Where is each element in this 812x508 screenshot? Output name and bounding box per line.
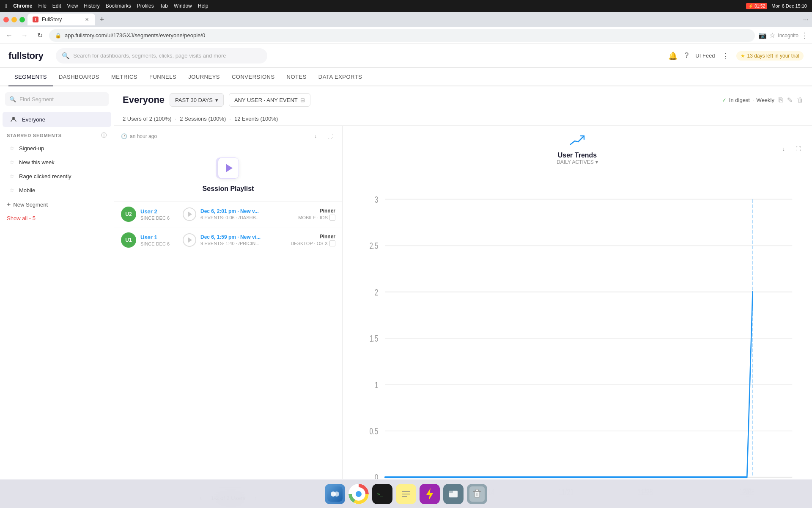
os-menu-history[interactable]: History	[84, 3, 99, 9]
close-window-button[interactable]	[3, 17, 9, 22]
everyone-icon	[9, 115, 18, 124]
sidebar-item-signed-up[interactable]: ☆ Signed-up	[3, 141, 111, 155]
os-menu-help[interactable]: Help	[198, 3, 208, 9]
session-link[interactable]: Dec 6, 2:01 pm · New v...	[200, 208, 294, 214]
new-segment-label: New Segment	[13, 202, 48, 208]
star-icon-rage-clicked[interactable]: ☆	[9, 173, 15, 179]
star-icon-signed-up[interactable]: ☆	[9, 145, 15, 152]
nav-item-metrics[interactable]: METRICS	[105, 68, 143, 86]
bookmark-icon[interactable]: ☆	[769, 31, 775, 39]
dock-trash[interactable]	[467, 484, 487, 504]
minimize-window-button[interactable]	[11, 17, 17, 22]
delete-icon[interactable]: 🗑	[797, 96, 804, 104]
user-name-link[interactable]: User 2	[140, 208, 178, 215]
nav-item-notes[interactable]: NOTES	[281, 68, 313, 86]
playlist-title: Session Playlist	[203, 185, 254, 193]
global-search-bar[interactable]: 🔍 Search for dashboards, segments, click…	[56, 48, 267, 64]
url-input[interactable]: 🔒 app.fullstory.com/ui/173GXJ/segments/e…	[49, 29, 755, 42]
url-bar: ← → ↻ 🔒 app.fullstory.com/ui/173GXJ/segm…	[0, 27, 812, 44]
nav-item-journeys[interactable]: JOURNEYS	[182, 68, 226, 86]
browser-tab[interactable]: f FullStory ✕	[27, 14, 95, 25]
dock-notes[interactable]	[396, 484, 416, 504]
back-button[interactable]: ←	[3, 30, 15, 41]
chrome-minimize[interactable]: ⋯	[803, 17, 809, 23]
user-name-link[interactable]: User 1	[140, 234, 178, 240]
sidebar-item-rage-clicked[interactable]: ☆ Rage clicked recently	[3, 169, 111, 183]
download-trends-icon[interactable]: ↓	[778, 144, 789, 155]
download-icon[interactable]: ↓	[310, 131, 321, 142]
svg-text:>_: >_	[377, 491, 383, 497]
refresh-button[interactable]: ↻	[34, 30, 46, 41]
show-all-button[interactable]: Show all - 5	[0, 212, 114, 225]
nav-item-conversions[interactable]: CONVERSIONS	[226, 68, 281, 86]
tab-title: FullStory	[42, 17, 62, 22]
new-segment-button[interactable]: + New Segment	[0, 197, 114, 212]
user-since-label: SINCE DEC 6	[140, 241, 178, 246]
svg-point-23	[334, 491, 339, 497]
dock-finder[interactable]	[325, 484, 345, 504]
menu-icon[interactable]: ⋮	[801, 31, 809, 40]
search-placeholder-text: Search for dashboards, segments, clicks,…	[73, 52, 226, 59]
dock-terminal[interactable]: >_	[372, 484, 392, 504]
edit-icon[interactable]: ✎	[787, 96, 793, 104]
copy-device-icon[interactable]	[329, 215, 335, 221]
nav-item-data-exports[interactable]: DATA EXPORTS	[313, 68, 368, 86]
date-filter-button[interactable]: PAST 30 DAYS ▾	[170, 93, 224, 107]
session-play-button[interactable]	[183, 207, 196, 221]
os-menu-chrome[interactable]: Chrome	[13, 3, 32, 9]
tab-close-button[interactable]: ✕	[83, 16, 90, 23]
forward-button[interactable]: →	[19, 30, 30, 41]
sidebar-item-everyone[interactable]: Everyone	[3, 112, 111, 127]
session-play-button[interactable]	[183, 233, 196, 247]
dock-chrome[interactable]	[348, 484, 369, 504]
os-menu-tab[interactable]: Tab	[160, 3, 168, 9]
segment-title: Everyone	[123, 94, 165, 105]
star-icon-mobile[interactable]: ☆	[9, 187, 15, 193]
os-menu-view[interactable]: View	[67, 3, 78, 9]
copy-icon[interactable]: ⎘	[779, 96, 783, 104]
dock-bolt[interactable]	[420, 484, 440, 504]
nav-item-segments[interactable]: SEGMENTS	[8, 68, 53, 86]
os-menu-window[interactable]: Window	[174, 3, 192, 9]
session-device: Pinner MOBILE · IOS	[298, 208, 335, 221]
sidebar-search[interactable]: 🔍 Find Segment	[5, 92, 109, 106]
new-tab-button[interactable]: +	[97, 14, 107, 25]
camera-icon[interactable]: 📷	[758, 31, 767, 39]
expand-trends-icon[interactable]: ⛶	[793, 144, 804, 155]
app-logo[interactable]: fullstory	[8, 50, 43, 61]
event-filter-button[interactable]: ANY USER · ANY EVENT ⊟	[229, 93, 310, 107]
trial-star-icon: ★	[741, 53, 745, 59]
os-menu-profiles[interactable]: Profiles	[137, 3, 154, 9]
session-meta: 6 EVENTS· 0:06 · /DASHB...	[200, 215, 294, 220]
os-menu-bookmarks[interactable]: Bookmarks	[106, 3, 131, 9]
os-menu-file[interactable]: File	[38, 3, 46, 9]
svg-text:1.5: 1.5	[370, 333, 378, 344]
sidebar-item-new-this-week[interactable]: ☆ New this week	[3, 155, 111, 169]
maximize-window-button[interactable]	[19, 17, 25, 22]
os-menu-edit[interactable]: Edit	[52, 3, 61, 9]
nav-item-dashboards[interactable]: DASHBOARDS	[53, 68, 105, 86]
star-icon-new-this-week[interactable]: ☆	[9, 159, 15, 166]
session-link[interactable]: Dec 6, 1:59 pm · New vi...	[200, 234, 286, 240]
trial-badge[interactable]: ★ 13 days left in your trial	[736, 51, 804, 61]
os-menu-right: ⚡ 01:52 Mon 6 Dec 15:10	[746, 3, 807, 9]
play-icon-main[interactable]	[218, 157, 239, 179]
logo-text: fullstory	[8, 50, 43, 61]
copy-device-icon[interactable]	[329, 240, 335, 246]
filter-sliders-icon: ⊟	[300, 97, 305, 103]
trends-subtitle[interactable]: DAILY ACTIVES ▾	[557, 159, 598, 165]
user-info: User 2 SINCE DEC 6	[140, 208, 178, 221]
ui-feed-label[interactable]: UI Feed	[695, 52, 715, 59]
expand-icon[interactable]: ⛶	[324, 131, 335, 142]
nav-item-funnels[interactable]: FUNNELS	[143, 68, 182, 86]
notification-icon[interactable]: 🔔	[668, 51, 678, 61]
device-platform: DESKTOP · OS X	[291, 241, 328, 246]
chevron-down-icon: ▾	[595, 159, 598, 165]
apple-icon[interactable]: 	[5, 3, 7, 9]
more-options-icon[interactable]: ⋮	[722, 51, 730, 61]
svg-text:0.5: 0.5	[370, 426, 378, 436]
url-right-controls: 📷 ☆ Incognito ⋮	[758, 31, 809, 40]
sidebar-item-mobile[interactable]: ☆ Mobile	[3, 183, 111, 197]
dock-files[interactable]	[443, 484, 464, 504]
help-icon[interactable]: ?	[684, 51, 689, 60]
